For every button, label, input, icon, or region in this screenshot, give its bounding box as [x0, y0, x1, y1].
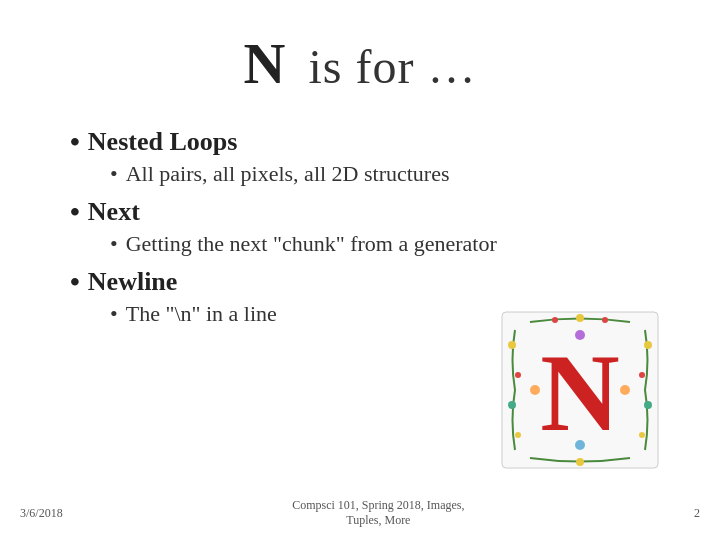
svg-point-11 [602, 317, 608, 323]
svg-point-2 [515, 372, 521, 378]
svg-point-4 [515, 432, 521, 438]
bullet-dot: • [70, 198, 80, 226]
section-next: • Next • Getting the next "chunk" from a… [70, 197, 680, 257]
sub-dot: • [110, 231, 118, 257]
svg-point-5 [644, 341, 652, 349]
subbullet-newline-label: The "\n" in a line [126, 301, 277, 327]
title-text: is for … [295, 40, 476, 93]
footer-center-line2: Tuples, More [292, 513, 464, 528]
decorative-n-container: N [500, 310, 660, 470]
subbullet-nested-loops: • All pairs, all pixels, all 2D structur… [110, 161, 680, 187]
footer-page: 2 [694, 506, 700, 521]
title-letter: N [244, 30, 288, 97]
svg-point-3 [508, 401, 516, 409]
subbullet-next-label: Getting the next "chunk" from a generato… [126, 231, 497, 257]
bullet-next-label: Next [88, 197, 140, 227]
svg-point-10 [552, 317, 558, 323]
svg-point-9 [576, 314, 584, 322]
bullet-dot: • [70, 268, 80, 296]
sub-dot: • [110, 301, 118, 327]
svg-point-15 [620, 385, 630, 395]
bullet-next: • Next [70, 197, 680, 227]
decorative-n-svg: N [500, 310, 660, 470]
subbullet-next: • Getting the next "chunk" from a genera… [110, 231, 680, 257]
footer: 3/6/2018 Compsci 101, Spring 2018, Image… [0, 498, 720, 528]
title-area: N is for … [40, 30, 680, 97]
svg-point-14 [530, 385, 540, 395]
svg-point-8 [639, 432, 645, 438]
svg-point-7 [644, 401, 652, 409]
svg-point-17 [575, 440, 585, 450]
footer-date: 3/6/2018 [20, 506, 63, 521]
subbullet-nested-loops-label: All pairs, all pixels, all 2D structures [126, 161, 450, 187]
svg-point-16 [575, 330, 585, 340]
content-area: • Nested Loops • All pairs, all pixels, … [70, 127, 680, 327]
footer-center-line1: Compsci 101, Spring 2018, Images, [292, 498, 464, 513]
bullet-dot: • [70, 128, 80, 156]
svg-point-12 [576, 458, 584, 466]
bullet-newline-label: Newline [88, 267, 178, 297]
slide: N is for … • Nested Loops • All pairs, a… [0, 0, 720, 540]
svg-point-6 [639, 372, 645, 378]
bullet-nested-loops: • Nested Loops [70, 127, 680, 157]
sub-dot: • [110, 161, 118, 187]
bullet-newline: • Newline [70, 267, 680, 297]
bullet-nested-loops-label: Nested Loops [88, 127, 238, 157]
footer-center: Compsci 101, Spring 2018, Images, Tuples… [292, 498, 464, 528]
section-nested-loops: • Nested Loops • All pairs, all pixels, … [70, 127, 680, 187]
svg-point-1 [508, 341, 516, 349]
svg-text:N: N [540, 332, 619, 454]
